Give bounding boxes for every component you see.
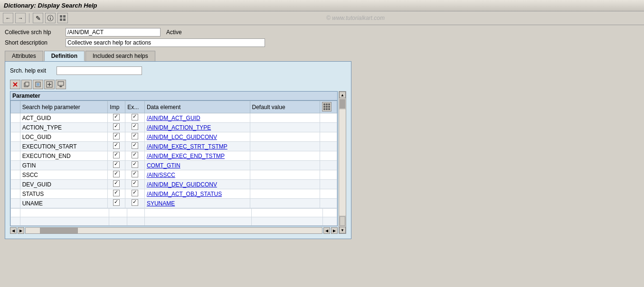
imp-checkbox[interactable] — [113, 161, 120, 168]
svg-rect-3 — [60, 15, 62, 18]
ex-checkbox-cell[interactable] — [125, 180, 145, 189]
scroll-track-empty — [339, 110, 346, 215]
imp-checkbox[interactable] — [113, 199, 120, 206]
data-element-link[interactable]: /AIN/DM_ACTION_TYPE — [147, 124, 211, 131]
param-name-cell: SSCC — [20, 170, 108, 180]
back-button[interactable]: ← — [3, 13, 13, 23]
collective-srch-hlp-input[interactable] — [66, 28, 161, 37]
data-element-link[interactable]: /AIN/DM_ACT_OBJ_STATUS — [147, 191, 222, 197]
paste-button[interactable] — [33, 80, 43, 89]
imp-checkbox-cell[interactable] — [108, 142, 125, 151]
data-element-link[interactable]: COMT_GTIN — [147, 162, 180, 169]
empty-rows-table — [10, 208, 337, 226]
data-element-cell[interactable]: SYUNAME — [144, 199, 250, 208]
imp-checkbox-cell[interactable] — [108, 161, 125, 170]
ex-checkbox[interactable] — [132, 152, 138, 158]
imp-checkbox-cell[interactable] — [108, 170, 125, 180]
delete-row-button[interactable] — [10, 80, 20, 89]
data-element-cell[interactable]: /AIN/SSCC — [144, 170, 250, 180]
scroll-down-button[interactable]: ▼ — [339, 227, 346, 233]
imp-checkbox[interactable] — [113, 142, 120, 149]
data-element-link[interactable]: /AIN/DM_EXEC_STRT_TSTMP — [147, 143, 227, 150]
param-name-cell: EXECUTION_START — [20, 142, 108, 151]
ex-checkbox[interactable] — [132, 199, 138, 206]
ex-checkbox-cell[interactable] — [125, 170, 145, 180]
edit-button[interactable]: ✎ — [33, 13, 43, 23]
data-element-cell[interactable]: /AIN/DM_EXEC_END_TSTMP — [144, 151, 250, 161]
scroll-right-far-button[interactable]: ▶ — [331, 227, 338, 234]
data-element-link[interactable]: /AIN/DM_ACT_GUID — [147, 115, 200, 121]
info-button[interactable] — [45, 13, 56, 23]
data-element-cell[interactable]: /AIN/DM_LOC_GUIDCONV — [144, 132, 250, 142]
tab-included-search-helps[interactable]: Included search helps — [85, 51, 155, 61]
default-value-cell — [250, 142, 320, 151]
ex-checkbox[interactable] — [132, 161, 138, 168]
ex-checkbox-cell[interactable] — [125, 189, 145, 199]
imp-checkbox-cell[interactable] — [108, 151, 125, 161]
table-row: SSCC/AIN/SSCC — [11, 170, 337, 180]
ex-checkbox[interactable] — [132, 171, 138, 177]
imp-checkbox-cell[interactable] — [108, 180, 125, 189]
data-element-link[interactable]: /AIN/DM_DEV_GUIDCONV — [147, 181, 217, 188]
grid-settings-icon[interactable] — [322, 102, 331, 111]
scroll-right-button[interactable]: ▶ — [18, 227, 24, 234]
imp-checkbox-cell[interactable] — [108, 189, 125, 199]
svg-rect-24 — [328, 106, 330, 108]
forward-button[interactable]: → — [15, 13, 26, 23]
ex-checkbox[interactable] — [132, 190, 138, 196]
ex-checkbox[interactable] — [132, 142, 138, 149]
ex-checkbox-cell[interactable] — [125, 161, 145, 170]
data-element-cell[interactable]: /AIN/DM_DEV_GUIDCONV — [144, 180, 250, 189]
ex-checkbox[interactable] — [132, 133, 138, 139]
data-element-link[interactable]: /AIN/DM_LOC_GUIDCONV — [147, 134, 217, 140]
ex-checkbox-cell[interactable] — [125, 142, 145, 151]
ex-checkbox[interactable] — [132, 123, 138, 130]
imp-checkbox-cell[interactable] — [108, 199, 125, 208]
imp-checkbox[interactable] — [113, 152, 120, 158]
data-element-link[interactable]: /AIN/DM_EXEC_END_TSTMP — [147, 153, 225, 159]
search-help-exit-row: Srch. help exit — [10, 66, 346, 75]
ex-checkbox[interactable] — [132, 180, 138, 187]
tab-definition[interactable]: Definition — [44, 51, 85, 61]
ex-checkbox-cell[interactable] — [125, 132, 145, 142]
data-element-link[interactable]: SYUNAME — [147, 200, 175, 207]
data-element-cell[interactable]: /AIN/DM_ACT_OBJ_STATUS — [144, 189, 250, 199]
scroll-right-end-button[interactable]: ◀ — [323, 227, 330, 234]
data-element-cell[interactable]: /AIN/DM_ACTION_TYPE — [144, 123, 250, 132]
imp-checkbox[interactable] — [113, 133, 120, 139]
imp-checkbox-cell[interactable] — [108, 123, 125, 132]
insert-row-button[interactable] — [44, 80, 55, 89]
ex-checkbox[interactable] — [132, 114, 138, 120]
ex-checkbox-cell[interactable] — [125, 123, 145, 132]
svg-rect-6 — [63, 19, 66, 21]
default-value-cell — [250, 189, 320, 199]
ex-checkbox-cell[interactable] — [125, 113, 145, 123]
imp-checkbox-cell[interactable] — [108, 113, 125, 123]
col-header-imp: Imp — [108, 101, 125, 113]
data-element-link[interactable]: /AIN/SSCC — [147, 172, 175, 178]
imp-checkbox[interactable] — [113, 190, 120, 196]
data-element-cell[interactable]: /AIN/DM_ACT_GUID — [144, 113, 250, 123]
imp-checkbox-cell[interactable] — [108, 132, 125, 142]
imp-checkbox[interactable] — [113, 180, 120, 187]
ex-checkbox-cell[interactable] — [125, 199, 145, 208]
imp-checkbox[interactable] — [113, 123, 120, 130]
tabs-container: Attributes Definition Included search he… — [5, 51, 639, 61]
table-toolbar — [10, 80, 346, 89]
tab-attributes[interactable]: Attributes — [5, 51, 43, 61]
ex-checkbox-cell[interactable] — [125, 151, 145, 161]
copy-rows-button[interactable] — [21, 80, 32, 89]
search-help-exit-input[interactable] — [57, 66, 142, 75]
append-row-button[interactable] — [56, 80, 66, 89]
layout-button[interactable] — [57, 13, 68, 23]
col-header-ex: Ex... — [125, 101, 145, 113]
imp-checkbox[interactable] — [113, 171, 120, 177]
imp-checkbox[interactable] — [113, 114, 120, 120]
scroll-left-button[interactable]: ◀ — [10, 227, 17, 234]
data-element-cell[interactable]: /AIN/DM_EXEC_STRT_TSTMP — [144, 142, 250, 151]
scroll-up-button[interactable]: ▲ — [339, 92, 346, 98]
data-element-cell[interactable]: COMT_GTIN — [144, 161, 250, 170]
short-description-input[interactable] — [66, 38, 265, 47]
col-header-data: Data element — [144, 101, 250, 113]
horizontal-scroll-track[interactable] — [25, 227, 322, 234]
